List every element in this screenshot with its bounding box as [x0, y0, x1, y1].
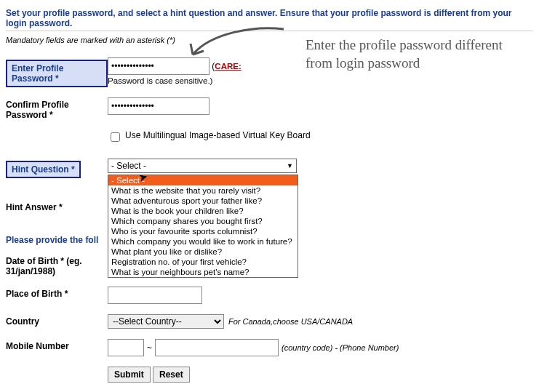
- hint-option[interactable]: Which company you would like to work in …: [108, 236, 298, 247]
- virtual-keyboard-checkbox[interactable]: [111, 132, 120, 142]
- hint-option[interactable]: Who is your favourite sports columnist?: [108, 226, 298, 236]
- hint-option[interactable]: What adventurous sport your father like?: [108, 196, 298, 206]
- instruction-text: Set your profile password, and select a …: [6, 6, 533, 31]
- hint-option[interactable]: Registration no. of your first vehicle?: [108, 257, 298, 267]
- hint-question-dropdown[interactable]: - Select - What is the website that you …: [108, 175, 298, 278]
- hint-option[interactable]: What is the website that you rarely visi…: [108, 185, 298, 196]
- place-of-birth-input[interactable]: [108, 287, 202, 304]
- hint-option[interactable]: What is the book your children like?: [108, 206, 298, 216]
- hint-option[interactable]: What plant you like or dislike?: [108, 247, 298, 257]
- hint-select-value: - Select -: [111, 161, 146, 171]
- tilde-separator: ~: [147, 343, 152, 353]
- chevron-down-icon: ▼: [287, 162, 293, 169]
- hint-question-label: Hint Question *: [6, 161, 81, 178]
- place-of-birth-label: Place of Birth *: [6, 287, 108, 299]
- confirm-password-input[interactable]: [108, 97, 209, 115]
- submit-button[interactable]: Submit: [108, 367, 151, 383]
- confirm-profile-password-label: Confirm Profile Password *: [6, 97, 108, 120]
- hint-option[interactable]: What is your neighbours pet's name?: [108, 267, 298, 277]
- hint-option[interactable]: Which company shares you bought first?: [108, 216, 298, 226]
- enter-profile-password-label: Enter Profile Password *: [6, 60, 108, 87]
- country-hint: For Canada,choose USA/CANADA: [228, 317, 353, 326]
- date-of-birth-label: Date of Birth * (eg. 31/jan/1988): [6, 254, 108, 276]
- care-link[interactable]: CARE:: [215, 62, 241, 71]
- profile-password-input[interactable]: [108, 57, 209, 75]
- country-label: Country: [6, 314, 108, 327]
- country-select[interactable]: --Select Country--: [108, 314, 224, 329]
- hint-option[interactable]: - Select -: [108, 175, 298, 185]
- virtual-keyboard-label: Use Multilingual Image-based Virtual Key…: [125, 130, 311, 140]
- hint-answer-label: Hint Answer *: [6, 200, 108, 212]
- password-case-note: Password is case sensitive.): [108, 76, 533, 85]
- hint-question-select[interactable]: - Select - ▼: [108, 159, 297, 173]
- country-code-input[interactable]: [108, 339, 144, 356]
- reset-button[interactable]: Reset: [153, 367, 190, 383]
- mandatory-note: Mandatory fields are marked with an aste…: [6, 36, 533, 44]
- phone-number-input[interactable]: [155, 339, 279, 356]
- phone-hint: (country code) - (Phone Number): [282, 343, 399, 352]
- mobile-number-label: Mobile Number: [6, 339, 108, 351]
